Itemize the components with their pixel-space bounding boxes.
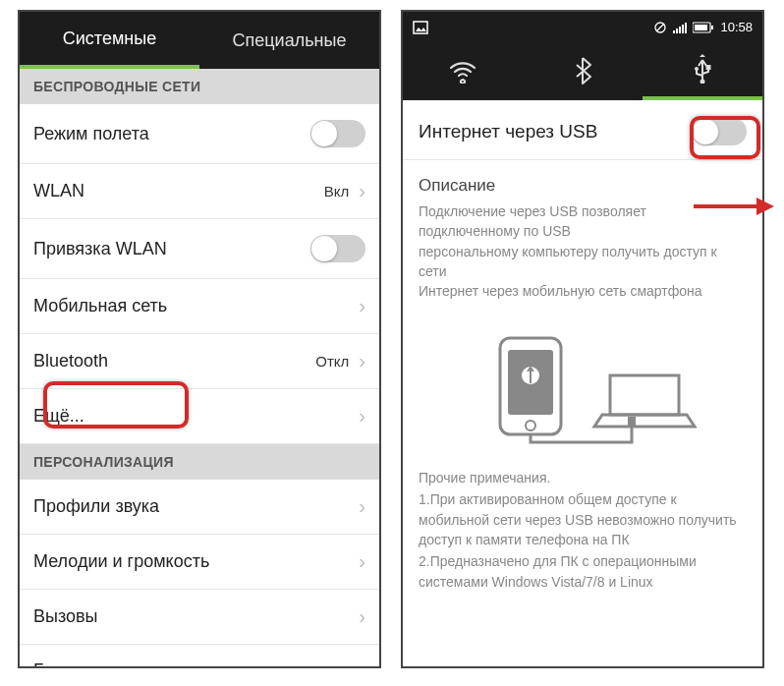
svg-rect-5 [679, 27, 681, 33]
svg-point-12 [695, 67, 699, 71]
notes-block: Прочие примечания. 1.При активированном … [403, 460, 762, 602]
chevron-right-icon: › [359, 350, 365, 372]
status-pic-icon [413, 19, 428, 34]
notes-title: Прочие примечания. [419, 470, 747, 486]
item-wlan[interactable]: WLAN Вкл › [20, 164, 379, 219]
svg-rect-7 [685, 23, 687, 33]
item-label: Привязка WLAN [33, 239, 167, 259]
chevron-right-icon: › [359, 180, 365, 202]
usb-icon [692, 54, 713, 84]
status-time: 10:58 [720, 20, 753, 34]
chevron-right-icon: › [359, 605, 365, 628]
svg-point-17 [526, 421, 535, 430]
phone-left: Системные Специальные БЕСПРОВОДНЫЕ СЕТИ … [18, 10, 381, 668]
tab-bluetooth[interactable] [523, 41, 643, 100]
item-label: Мобильная сеть [33, 296, 167, 316]
tab-wifi[interactable] [403, 41, 523, 100]
svg-rect-9 [695, 25, 707, 30]
item-security[interactable]: Безопасность [20, 645, 379, 668]
usb-internet-row[interactable]: Интернет через USB [403, 100, 762, 160]
connection-tab-bar [403, 41, 762, 100]
description-title: Описание [419, 176, 747, 196]
tab-usb[interactable] [643, 41, 762, 100]
usb-internet-toggle[interactable] [692, 118, 747, 145]
item-wlan-tether[interactable]: Привязка WLAN [20, 219, 379, 279]
svg-rect-6 [682, 25, 684, 33]
item-label: Мелодии и громкость [33, 551, 209, 572]
status-sim-icon [653, 20, 667, 34]
item-label: Ещё... [33, 406, 84, 427]
note-2: 2.Предназначено для ПК с операционными с… [419, 551, 747, 592]
svg-rect-0 [414, 22, 427, 33]
description-text: Подключение через USB позволяет подключе… [419, 201, 747, 301]
item-melodies[interactable]: Мелодии и громкость › [20, 535, 379, 590]
wifi-icon [447, 58, 478, 84]
tab-bar: Системные Специальные [20, 12, 379, 69]
note-1: 1.При активированном общем доступе к моб… [419, 489, 747, 549]
item-bluetooth[interactable]: Bluetooth Откл › [20, 334, 379, 389]
item-calls[interactable]: Вызовы › [20, 590, 379, 645]
item-label: Bluetooth [33, 351, 108, 372]
chevron-right-icon: › [359, 295, 365, 317]
svg-line-2 [656, 24, 664, 31]
airplane-toggle[interactable] [310, 120, 365, 147]
item-label: Профили звука [33, 496, 159, 517]
wlan-tether-toggle[interactable] [310, 235, 365, 262]
bluetooth-icon [573, 56, 592, 86]
svg-rect-3 [673, 30, 675, 33]
item-more[interactable]: Ещё... › [20, 389, 379, 444]
item-mobile-network[interactable]: Мобильная сеть › [20, 279, 379, 334]
svg-rect-10 [711, 26, 713, 29]
item-airplane-mode[interactable]: Режим полета [20, 104, 379, 164]
chevron-right-icon: › [359, 495, 365, 518]
chevron-right-icon: › [359, 405, 365, 428]
section-personalization: ПЕРСОНАЛИЗАЦИЯ [20, 444, 379, 480]
status-battery-icon [693, 20, 714, 34]
chevron-right-icon: › [359, 550, 365, 573]
status-signal-icon [673, 20, 687, 34]
item-label: Безопасность [33, 660, 146, 668]
phone-right: 10:58 Интернет через USB Описание Подклю… [401, 10, 764, 668]
svg-point-11 [700, 80, 705, 85]
item-label: Режим полета [33, 124, 149, 144]
item-label: Вызовы [33, 606, 98, 627]
item-sound-profiles[interactable]: Профили звука › [20, 480, 379, 535]
svg-rect-13 [706, 65, 711, 70]
description-block: Описание Подключение через USB позволяет… [403, 160, 762, 309]
usb-illustration [403, 309, 762, 460]
wlan-status: Вкл [324, 183, 350, 200]
tab-system[interactable]: Системные [20, 13, 199, 69]
item-label: WLAN [33, 181, 84, 201]
status-bar: 10:58 [403, 12, 762, 41]
usb-internet-label: Интернет через USB [419, 121, 597, 143]
svg-rect-4 [676, 29, 678, 33]
section-wireless: БЕСПРОВОДНЫЕ СЕТИ [20, 69, 379, 104]
tab-special[interactable]: Специальные [199, 15, 379, 67]
bluetooth-status: Откл [315, 353, 349, 370]
